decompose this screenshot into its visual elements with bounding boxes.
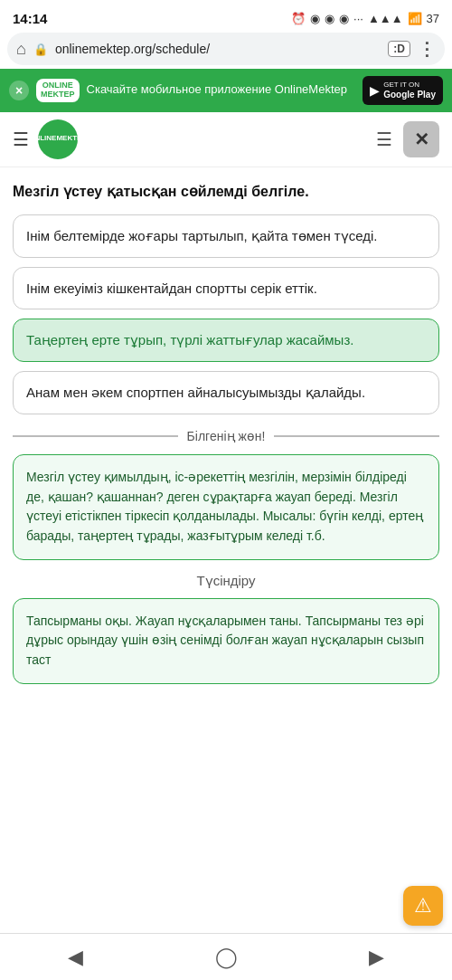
- close-button[interactable]: ✕: [403, 121, 439, 157]
- instruction-box: Тапсырманы оқы. Жауап нұсқаларымен таны.…: [13, 598, 439, 684]
- more-icon[interactable]: ⋮: [418, 38, 436, 60]
- tab-count[interactable]: :D: [388, 41, 410, 57]
- network-icon: ▲▲▲: [368, 12, 403, 25]
- forward-icon: ▶: [369, 946, 384, 968]
- answer-option-1[interactable]: Інім белтемірде жоғары тартылып, қайта т…: [13, 214, 439, 258]
- forward-button[interactable]: ▶: [301, 934, 452, 981]
- divider-line-left: [13, 435, 178, 437]
- hamburger-icon[interactable]: ☰: [13, 128, 29, 150]
- home-icon[interactable]: ⌂: [16, 40, 26, 59]
- list-view-icon[interactable]: ☰: [376, 128, 392, 150]
- address-bar[interactable]: ⌂ 🔒 onlinemektep.org/schedule/ :D ⋮: [7, 33, 445, 65]
- signal-icon3: ◉: [339, 12, 349, 25]
- info-divider: Білгенің жөн!: [13, 429, 439, 443]
- nav-right: ☰ ✕: [376, 121, 439, 157]
- clock-icon: ⏰: [291, 12, 306, 25]
- nav-bar: ☰ ONLINE MEKTEP ☰ ✕: [0, 112, 452, 167]
- warning-badge[interactable]: ⚠: [403, 886, 443, 926]
- divider-label: Білгенің жөн!: [187, 429, 266, 443]
- answer-option-3[interactable]: Таңертең ерте тұрып, түрлі жаттығулар жа…: [13, 319, 439, 362]
- nav-left: ☰ ONLINE MEKTEP: [13, 119, 78, 159]
- google-play-label: GET IT ON Google Play: [383, 81, 436, 100]
- banner-logo: ONLINE MEKTEP: [36, 79, 80, 102]
- answer-option-4[interactable]: Анам мен әкем спортпен айналысуымызды қа…: [13, 371, 439, 414]
- section-label: Түсіндіру: [13, 573, 439, 589]
- google-play-button[interactable]: ▶ GET IT ON Google Play: [363, 76, 443, 105]
- back-icon: ◀: [68, 946, 83, 968]
- url-text: onlinemektep.org/schedule/: [55, 42, 381, 56]
- home-nav-icon: ◯: [215, 946, 238, 968]
- answer-options-list: Інім белтемірде жоғары тартылып, қайта т…: [13, 214, 439, 414]
- home-button[interactable]: ◯: [151, 934, 302, 981]
- status-icons: ⏰ ◉ ◉ ◉ ··· ▲▲▲ 📶 37: [291, 12, 439, 25]
- status-time: 14:14: [13, 11, 47, 26]
- site-logo[interactable]: ONLINE MEKTEP: [38, 119, 78, 159]
- dots-icon: ···: [353, 12, 363, 25]
- main-content: Мезгіл үстеу қатысқан сөйлемді белгіле. …: [0, 167, 452, 762]
- app-install-banner: × ONLINE MEKTEP Скачайте мобильное прило…: [0, 69, 452, 112]
- signal-icon: ◉: [310, 12, 320, 25]
- back-button[interactable]: ◀: [0, 934, 151, 981]
- instruction-text: Тапсырманы оқы. Жауап нұсқаларымен таны.…: [26, 614, 424, 667]
- bottom-nav: ◀ ◯ ▶: [0, 933, 452, 980]
- status-bar: 14:14 ⏰ ◉ ◉ ◉ ··· ▲▲▲ 📶 37: [0, 0, 452, 33]
- lock-icon: 🔒: [33, 43, 48, 56]
- signal-icon2: ◉: [325, 12, 334, 25]
- battery-icon: 37: [427, 12, 439, 25]
- question-title: Мезгіл үстеу қатысқан сөйлемді белгіле.: [13, 182, 439, 202]
- banner-close-button[interactable]: ×: [9, 81, 29, 100]
- wifi-icon: 📶: [408, 12, 422, 25]
- play-store-icon: ▶: [370, 83, 380, 98]
- divider-line-right: [274, 435, 439, 437]
- answer-option-2[interactable]: Інім екеуіміз кішкентайдан спортты серік…: [13, 267, 439, 310]
- info-box: Мезгіл үстеу қимылдың, іс-әрекеттің мезг…: [13, 454, 439, 560]
- banner-text: Скачайте мобильное приложение OnlineMekt…: [87, 82, 356, 98]
